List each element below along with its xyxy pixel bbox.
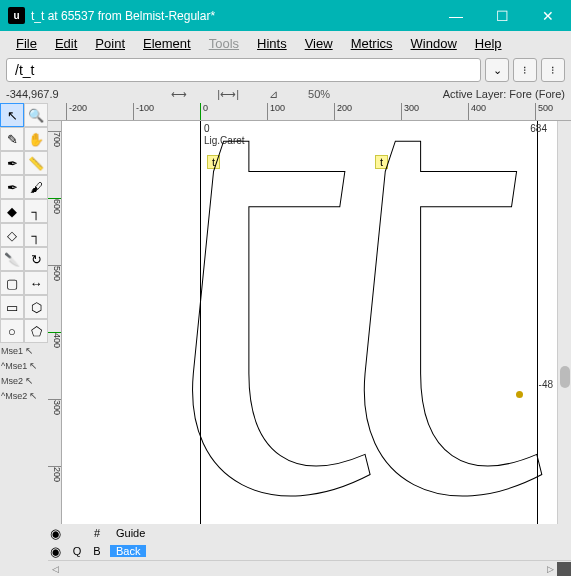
tool-9-1[interactable]: ⬠ (24, 319, 48, 343)
ruler-tick: 200 (48, 466, 62, 482)
menu-file[interactable]: File (8, 34, 45, 53)
mouse-label: Mse1↖ (1, 343, 48, 358)
layer-name-guide[interactable]: Guide (110, 527, 151, 539)
layer-row-guide[interactable]: ◉ # Guide (50, 524, 569, 542)
layer-name-back[interactable]: Back (110, 545, 146, 557)
mouse-label: ^Mse2↖ (1, 388, 48, 403)
ruler-tick: 500 (48, 265, 62, 281)
ruler-tick: 400 (468, 103, 486, 121)
tool-3-0[interactable]: ✒ (0, 175, 24, 199)
layer-row-back[interactable]: ◉ Q B Back (50, 542, 569, 560)
wordlist-button-1[interactable]: ⁝ (513, 58, 537, 82)
tool-7-1[interactable]: ↔ (24, 271, 48, 295)
layers-panel: ◉ # Guide ◉ Q B Back (48, 524, 571, 560)
mouse-label: Mse2↖ (1, 373, 48, 388)
scroll-left-icon[interactable]: ◁ (48, 562, 62, 576)
glyph-address-bar: ⌄ ⁝ ⁝ (0, 55, 571, 85)
tool-palette: ↖🔍✎✋✒📏✒🖌◆┐◇┐🔪↻▢↔▭⬡○⬠ Mse1↖^Mse1↖Mse2↖^Ms… (0, 103, 48, 576)
ruler-tick: 400 (48, 332, 62, 348)
app-icon: u (8, 7, 25, 24)
ruler-tick: -200 (66, 103, 87, 121)
tool-6-1[interactable]: ↻ (24, 247, 48, 271)
hash-icon: # (90, 527, 104, 539)
glyph-name-input[interactable] (6, 58, 481, 82)
tool-1-1[interactable]: ✋ (24, 127, 48, 151)
glyph-outline (62, 121, 557, 524)
background-flag[interactable]: B (90, 545, 104, 557)
menu-view[interactable]: View (297, 34, 341, 53)
menu-metrics[interactable]: Metrics (343, 34, 401, 53)
ruler-tick: -100 (133, 103, 154, 121)
tool-1-0[interactable]: ✎ (0, 127, 24, 151)
ruler-tick: 100 (267, 103, 285, 121)
zoom-level: 50% (308, 88, 330, 100)
menu-help[interactable]: Help (467, 34, 510, 53)
menu-tools: Tools (201, 34, 247, 53)
vertical-ruler[interactable]: 700600500400300200100 (48, 121, 62, 524)
tool-0-0[interactable]: ↖ (0, 103, 24, 127)
measure-icon-2: |⟷| (217, 88, 239, 101)
visibility-icon[interactable]: ◉ (50, 526, 64, 541)
ruler-tick: 300 (48, 399, 62, 415)
horizontal-scrollbar[interactable]: ◁ ▷ (48, 560, 571, 576)
tool-5-0[interactable]: ◇ (0, 223, 24, 247)
tool-3-1[interactable]: 🖌 (24, 175, 48, 199)
resize-grip[interactable] (557, 562, 571, 576)
horizontal-ruler[interactable]: -200-1000100200300400500600700 (48, 103, 571, 121)
menu-bar: File Edit Point Element Tools Hints View… (0, 31, 571, 55)
glyph-dropdown-button[interactable]: ⌄ (485, 58, 509, 82)
glyph-canvas[interactable]: 0 Lig.Caret t t 684 -48 (62, 121, 557, 524)
ruler-tick: 200 (334, 103, 352, 121)
title-bar: u t_t at 65537 from Belmist-Regular* — ☐… (0, 0, 571, 31)
tool-4-0[interactable]: ◆ (0, 199, 24, 223)
mouse-label: ^Mse1↖ (1, 358, 48, 373)
tool-8-1[interactable]: ⬡ (24, 295, 48, 319)
visibility-icon[interactable]: ◉ (50, 544, 64, 559)
main-area: ↖🔍✎✋✒📏✒🖌◆┐◇┐🔪↻▢↔▭⬡○⬠ Mse1↖^Mse1↖Mse2↖^Ms… (0, 103, 571, 576)
cursor-coordinates: -344,967.9 (6, 88, 59, 100)
tool-0-1[interactable]: 🔍 (24, 103, 48, 127)
menu-point[interactable]: Point (87, 34, 133, 53)
info-bar: -344,967.9 ⟷ |⟷| ⊿ 50% Active Layer: For… (0, 85, 571, 103)
tool-5-1[interactable]: ┐ (24, 223, 48, 247)
maximize-button[interactable]: ☐ (479, 0, 525, 31)
angle-icon: ⊿ (269, 88, 278, 101)
close-button[interactable]: ✕ (525, 0, 571, 31)
ruler-tick: 700 (48, 131, 62, 147)
menu-edit[interactable]: Edit (47, 34, 85, 53)
tool-4-1[interactable]: ┐ (24, 199, 48, 223)
tool-8-0[interactable]: ▭ (0, 295, 24, 319)
tool-9-0[interactable]: ○ (0, 319, 24, 343)
tool-7-0[interactable]: ▢ (0, 271, 24, 295)
minimize-button[interactable]: — (433, 0, 479, 31)
menu-hints[interactable]: Hints (249, 34, 295, 53)
menu-window[interactable]: Window (403, 34, 465, 53)
scrollbar-thumb[interactable] (560, 366, 570, 388)
quadratic-flag[interactable]: Q (70, 545, 84, 557)
window-title: t_t at 65537 from Belmist-Regular* (31, 9, 433, 23)
measure-icon-1: ⟷ (171, 88, 187, 101)
scroll-right-icon[interactable]: ▷ (543, 562, 557, 576)
vertical-scrollbar[interactable] (557, 121, 571, 524)
tool-6-0[interactable]: 🔪 (0, 247, 24, 271)
active-layer-label: Active Layer: Fore (Fore) (443, 88, 565, 100)
tool-2-1[interactable]: 📏 (24, 151, 48, 175)
ruler-tick: 500 (535, 103, 553, 121)
ruler-tick: 600 (48, 198, 62, 214)
tool-2-0[interactable]: ✒ (0, 151, 24, 175)
ruler-tick: 0 (200, 103, 208, 121)
ruler-tick: 300 (401, 103, 419, 121)
canvas-column: -200-1000100200300400500600700 700600500… (48, 103, 571, 576)
menu-element[interactable]: Element (135, 34, 199, 53)
wordlist-button-2[interactable]: ⁝ (541, 58, 565, 82)
